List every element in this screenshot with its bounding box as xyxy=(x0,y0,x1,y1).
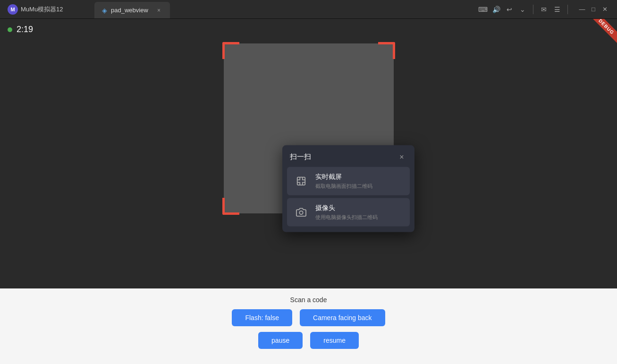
app-name: MuMu模拟器12 xyxy=(21,5,63,14)
modal-item-screenshot-subtitle: 截取电脑画面扫描二维码 xyxy=(315,182,372,189)
button-row-2: pause resume xyxy=(258,332,359,349)
separator2 xyxy=(567,5,568,14)
tab-label: pad_webview xyxy=(111,7,148,14)
corner-top-right xyxy=(378,42,395,59)
chevron-down-icon[interactable]: ⌄ xyxy=(518,5,527,14)
svg-rect-0 xyxy=(297,177,305,185)
keyboard-icon[interactable]: ⌨ xyxy=(478,5,488,14)
corner-bottom-left xyxy=(222,198,239,215)
modal-title: 扫一扫 xyxy=(290,152,311,161)
scan-label: Scan a code xyxy=(290,296,327,304)
corner-top-left xyxy=(222,42,239,59)
undo-icon[interactable]: ↩ xyxy=(505,5,514,14)
camera-icon xyxy=(294,204,309,220)
svg-point-1 xyxy=(299,211,303,214)
clock-display: 2:19 xyxy=(8,25,33,34)
tab-close-button[interactable]: × xyxy=(155,6,162,15)
tab-pad-webview[interactable]: ◈ pad_webview × xyxy=(94,2,170,18)
modal-header: 扫一扫 × xyxy=(282,145,414,167)
emulator-view: 2:19 DEBUG 扫一扫 × xyxy=(0,19,617,288)
content-area: 2:19 DEBUG 扫一扫 × xyxy=(0,19,617,364)
debug-label: DEBUG xyxy=(590,19,617,43)
modal-item-camera-subtitle: 使用电脑摄像头扫描二维码 xyxy=(315,213,378,220)
modal-close-button[interactable]: × xyxy=(397,152,406,162)
debug-badge: DEBUG xyxy=(589,19,617,47)
app-logo-area: M MuMu模拟器12 xyxy=(0,4,94,15)
modal-item-screenshot[interactable]: 实时截屏 截取电脑画面扫描二维码 xyxy=(287,167,410,195)
modal-item-camera-text: 摄像头 使用电脑摄像头扫描二维码 xyxy=(315,203,378,220)
app-logo-icon: M xyxy=(8,4,18,15)
modal-item-camera[interactable]: 摄像头 使用电脑摄像头扫描二维码 xyxy=(287,198,410,226)
flash-button[interactable]: Flash: false xyxy=(232,309,292,326)
resume-button[interactable]: resume xyxy=(310,332,359,349)
minimize-button[interactable]: — xyxy=(577,5,587,14)
clock-dot xyxy=(8,27,12,32)
mail-icon[interactable]: ✉ xyxy=(539,5,549,14)
separator xyxy=(533,5,533,14)
modal-item-camera-title: 摄像头 xyxy=(315,203,378,212)
modal-item-screenshot-title: 实时截屏 xyxy=(315,172,372,181)
titlebar-controls: ⌨ 🔊 ↩ ⌄ ✉ ☰ — □ ✕ xyxy=(478,5,617,14)
volume-icon[interactable]: 🔊 xyxy=(491,5,501,14)
titlebar: M MuMu模拟器12 ◈ pad_webview × ⌨ 🔊 ↩ ⌄ ✉ ☰ … xyxy=(0,0,617,19)
menu-icon[interactable]: ☰ xyxy=(552,5,562,14)
bottom-controls: Scan a code Flash: false Camera facing b… xyxy=(0,288,617,364)
button-row-1: Flash: false Camera facing back xyxy=(232,309,385,326)
scan-modal: 扫一扫 × 实时截屏 xyxy=(282,145,414,232)
maximize-button[interactable]: □ xyxy=(589,5,598,14)
window-controls: — □ ✕ xyxy=(577,5,609,14)
pause-button[interactable]: pause xyxy=(258,332,303,349)
screenshot-icon xyxy=(294,173,309,188)
modal-body: 实时截屏 截取电脑画面扫描二维码 摄像头 使用电脑摄像头扫描二维码 xyxy=(282,167,414,232)
close-button[interactable]: ✕ xyxy=(600,5,609,14)
modal-item-screenshot-text: 实时截屏 截取电脑画面扫描二维码 xyxy=(315,172,372,189)
clock-time: 2:19 xyxy=(17,25,33,34)
camera-facing-button[interactable]: Camera facing back xyxy=(300,309,385,326)
tab-icon: ◈ xyxy=(102,7,107,14)
tab-bar: ◈ pad_webview × xyxy=(94,0,170,18)
